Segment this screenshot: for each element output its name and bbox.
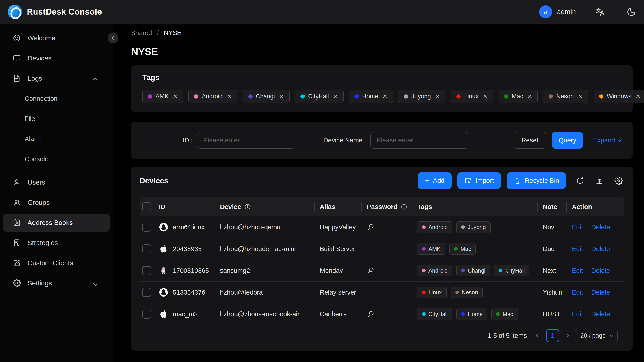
- tag-label: Juyong: [468, 224, 486, 230]
- table-settings-icon[interactable]: [614, 176, 624, 186]
- tag-chip[interactable]: Mac ✕: [498, 90, 538, 103]
- tag-chip[interactable]: Changi ✕: [243, 90, 290, 103]
- sidebar-collapse-button[interactable]: [108, 33, 118, 43]
- sidebar-item-connection[interactable]: Connection: [3, 90, 110, 108]
- row-checkbox[interactable]: [142, 288, 151, 297]
- sidebar-item-groups[interactable]: Groups: [3, 194, 110, 212]
- filter-panel: ID : Device Name : Reset Query Expand: [131, 122, 633, 159]
- page-size-select[interactable]: 20 / page: [575, 329, 618, 342]
- sidebar-item-devices[interactable]: Devices: [3, 49, 110, 67]
- reset-button[interactable]: Reset: [514, 132, 546, 148]
- remove-tag-icon[interactable]: ✕: [382, 93, 387, 100]
- edit-link[interactable]: Edit: [572, 245, 583, 253]
- dark-mode-icon[interactable]: [626, 7, 636, 17]
- tag-label: Linux: [464, 93, 479, 100]
- delete-link[interactable]: Delete: [591, 267, 610, 274]
- linux-os-icon: [159, 288, 168, 297]
- remove-tag-icon[interactable]: ✕: [279, 93, 284, 100]
- tag-chip[interactable]: Juyong ✕: [398, 90, 446, 103]
- tag-chip[interactable]: CityHall ✕: [295, 90, 344, 103]
- sidebar-item-console[interactable]: Console: [3, 150, 110, 168]
- sidebar-item-users[interactable]: Users: [3, 174, 110, 191]
- tag-label: Neson: [462, 289, 478, 296]
- tag-label: Neson: [556, 93, 574, 100]
- page-number-button[interactable]: 1: [546, 329, 559, 342]
- sidebar-item-strategies[interactable]: Strategies: [3, 234, 110, 252]
- breadcrumb-shared[interactable]: Shared: [131, 29, 152, 36]
- info-icon[interactable]: [401, 204, 407, 210]
- delete-link[interactable]: Delete: [591, 289, 610, 296]
- edit-link[interactable]: Edit: [572, 224, 583, 231]
- tag-chip[interactable]: AMK ✕: [142, 90, 183, 103]
- action-divider: [587, 311, 587, 318]
- remove-tag-icon[interactable]: ✕: [578, 93, 583, 100]
- tag-chip[interactable]: Linux ✕: [451, 90, 493, 103]
- tag-label: CityHall: [308, 93, 329, 100]
- table-row[interactable]: arm64linux hzhou@hzhou-qemu HappyValley …: [140, 216, 624, 238]
- add-device-button[interactable]: + Add: [418, 172, 452, 189]
- username[interactable]: admin: [557, 8, 576, 16]
- devices-panel-title: Devices: [140, 176, 168, 185]
- remove-tag-icon[interactable]: ✕: [227, 93, 232, 100]
- query-button[interactable]: Query: [552, 132, 583, 148]
- remove-tag-icon[interactable]: ✕: [173, 93, 178, 100]
- reveal-password-icon[interactable]: [367, 310, 374, 318]
- sidebar-item-address-books[interactable]: Address Books: [3, 214, 110, 232]
- remove-tag-icon[interactable]: ✕: [528, 93, 532, 100]
- row-checkbox[interactable]: [142, 244, 151, 253]
- delete-link[interactable]: Delete: [591, 245, 610, 253]
- refresh-icon[interactable]: [575, 176, 585, 186]
- tag-chip[interactable]: Windows ✕: [594, 90, 644, 103]
- remove-tag-icon[interactable]: ✕: [333, 93, 338, 100]
- remove-tag-icon[interactable]: ✕: [483, 93, 488, 100]
- recycle-bin-button[interactable]: Recycle Bin: [507, 172, 566, 189]
- column-password: Password: [362, 197, 412, 216]
- table-row[interactable]: 1700310865 sansumg2 Monday Android Chang…: [140, 260, 624, 282]
- previous-page-icon[interactable]: [535, 334, 541, 337]
- row-tag-chip: Juyong: [456, 221, 490, 233]
- delete-link[interactable]: Delete: [591, 310, 610, 318]
- action-divider: [587, 289, 587, 296]
- trash-icon: [514, 177, 521, 184]
- reveal-password-icon[interactable]: [367, 267, 374, 274]
- row-checkbox[interactable]: [142, 223, 151, 232]
- info-icon[interactable]: [244, 204, 251, 210]
- device-alias: Build Server: [314, 245, 362, 253]
- sidebar-item-custom-clients[interactable]: Custom Clients: [3, 254, 110, 272]
- table-row[interactable]: mac_m2 hzhou@zhous-macbook-air Canberra …: [140, 303, 624, 325]
- device-name-input[interactable]: [370, 132, 468, 148]
- expand-link[interactable]: Expand: [593, 137, 621, 144]
- sidebar-item-settings[interactable]: Settings: [3, 274, 110, 292]
- add-label: Add: [433, 177, 444, 184]
- table-row[interactable]: 513354376 hzhou@fedora Relay server Linu…: [140, 282, 624, 303]
- sidebar-item-logs[interactable]: Logs: [3, 70, 110, 87]
- remove-tag-icon[interactable]: ✕: [636, 93, 640, 100]
- sidebar-item-alarm[interactable]: Alarm: [3, 130, 110, 148]
- action-divider: [587, 246, 587, 252]
- row-height-icon[interactable]: [594, 176, 604, 186]
- table-row[interactable]: 20438935 hzhou@hzhoudemac-mini Build Ser…: [140, 238, 624, 260]
- sidebar-item-welcome[interactable]: Welcome: [3, 29, 110, 47]
- device-note: Next: [537, 267, 566, 274]
- tag-color-dot: [504, 94, 508, 98]
- delete-link[interactable]: Delete: [591, 224, 610, 231]
- tag-chip[interactable]: Android ✕: [188, 90, 237, 103]
- import-button[interactable]: Import: [457, 172, 501, 189]
- next-page-icon[interactable]: [564, 334, 570, 337]
- tag-chip[interactable]: Home ✕: [349, 90, 393, 103]
- row-checkbox[interactable]: [142, 266, 151, 275]
- tag-chip[interactable]: Neson ✕: [543, 90, 588, 103]
- column-action: Action: [566, 197, 624, 216]
- id-input[interactable]: [197, 132, 295, 148]
- select-all-checkbox[interactable]: [142, 202, 151, 211]
- language-icon[interactable]: [595, 7, 605, 17]
- edit-link[interactable]: Edit: [572, 267, 583, 274]
- sidebar-item-file[interactable]: File: [3, 110, 110, 128]
- remove-tag-icon[interactable]: ✕: [435, 93, 440, 100]
- reveal-password-icon[interactable]: [367, 223, 374, 231]
- avatar[interactable]: a: [539, 6, 552, 18]
- edit-link[interactable]: Edit: [572, 310, 583, 318]
- row-checkbox[interactable]: [142, 310, 151, 318]
- tag-color-dot: [496, 312, 500, 316]
- edit-link[interactable]: Edit: [572, 289, 583, 296]
